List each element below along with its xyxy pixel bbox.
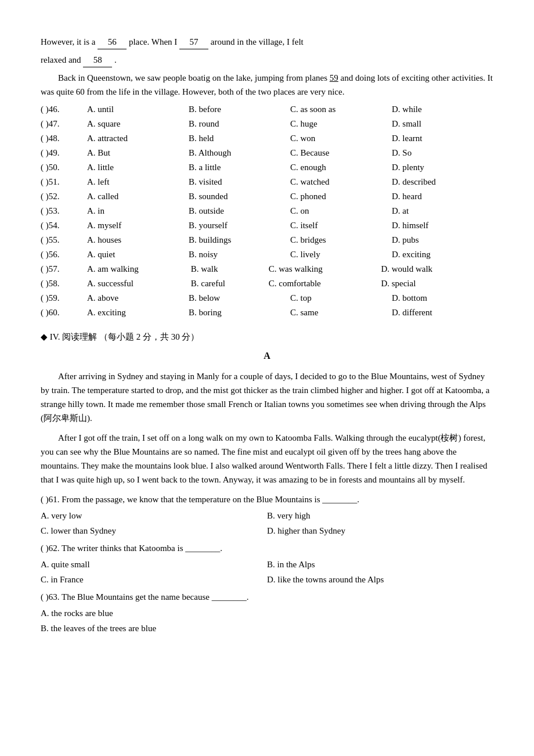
mc-opt-c: C. itself <box>290 218 392 232</box>
table-row: ( )59. A. above B. below C. top D. botto… <box>41 291 493 305</box>
q62-opt-a: A. quite small <box>41 557 267 571</box>
mc-opt-a: A. square <box>87 117 189 131</box>
mc-num: ( )52. <box>41 189 87 203</box>
q61-opt-b: B. very high <box>267 509 493 523</box>
mc-num: ( )60. <box>41 305 87 319</box>
mc-opt-b: B. before <box>189 102 290 116</box>
q63: ( )63. The Blue Mountains get the name b… <box>41 590 493 604</box>
mc-opt-c: C. on <box>290 204 392 218</box>
mc-opt-a: A. above <box>87 291 189 305</box>
mc-opt-c: C. bridges <box>290 233 392 247</box>
mc-opt-d: D. described <box>392 175 493 189</box>
q62: ( )62. The writer thinks that Katoomba i… <box>41 541 493 555</box>
mc-num: ( )56. <box>41 247 87 261</box>
table-row: ( )50. A. little B. a little C. enough D… <box>41 160 493 174</box>
mc-opt-a: A. left <box>87 175 189 189</box>
mc-opt-d: D. different <box>392 305 493 319</box>
blank-57: 57 <box>179 35 208 49</box>
mc-opt-c: C. Because <box>290 146 392 160</box>
mc-opt-d: D. learnt <box>392 131 493 145</box>
q61-options2: C. lower than Sydney D. higher than Sydn… <box>41 524 493 539</box>
section4: ◆ IV. 阅读理解 （每小题 2 分，共 30 分） A After arri… <box>41 330 493 635</box>
q62-opt-b: B. in the Alps <box>267 557 493 571</box>
passage1: After arriving in Sydney and staying in … <box>41 369 493 425</box>
mc-num: ( )48. <box>41 131 87 145</box>
mc-opt-b: B. outside <box>189 204 290 218</box>
mc-opt-a: A. until <box>87 102 189 116</box>
q62-opt-d: D. like the towns around the Alps <box>267 573 493 586</box>
mc-opt-b: B. walk <box>191 262 269 276</box>
mc-opt-d: D. at <box>392 204 493 218</box>
q61-opt-a: A. very low <box>41 509 267 523</box>
table-row: ( )47. A. square B. round C. huge D. sma… <box>41 117 493 131</box>
intro-line2: relaxed and 58 . <box>41 53 493 67</box>
table-row: ( )51. A. left B. visited C. watched D. … <box>41 175 493 189</box>
mc-opt-b: B. boring <box>189 305 290 319</box>
mc-opt-b: B. careful <box>191 276 269 290</box>
mc-opt-a: A. quiet <box>87 247 189 261</box>
mc-opt-c: C. enough <box>290 160 392 174</box>
mc-opt-d: D. bottom <box>392 291 493 305</box>
mc-opt-a: A. in <box>87 204 189 218</box>
mc-opt-c: C. top <box>290 291 392 305</box>
blank-60: 60 <box>76 87 85 96</box>
intro-para2: Back in Queenstown, we saw people boatig… <box>41 71 493 99</box>
table-row: ( )56. A. quiet B. noisy C. lively D. ex… <box>41 247 493 261</box>
mc-opt-c: C. phoned <box>290 189 392 203</box>
mc-opt-c: C. as soon as <box>290 102 392 116</box>
q61-opt-c: C. lower than Sydney <box>41 524 267 538</box>
mc-opt-b: B. below <box>189 291 290 305</box>
section4-header: ◆ IV. 阅读理解 （每小题 2 分，共 30 分） <box>41 330 493 344</box>
mc-opt-d: D. himself <box>392 218 493 232</box>
table-row: ( )52. A. called B. sounded C. phoned D.… <box>41 189 493 203</box>
mc-opt-a: A. am walking <box>87 262 191 276</box>
mc-num: ( )46. <box>41 102 87 116</box>
mc-opt-d: D. would walk <box>381 262 493 276</box>
mc-opt-a: A. attracted <box>87 131 189 145</box>
q61-opt-d: D. higher than Sydney <box>267 524 493 538</box>
mc-opt-b: B. Although <box>189 146 290 160</box>
q63-opt-b: B. the leaves of the trees are blue <box>41 621 493 635</box>
mc-opt-a: A. little <box>87 160 189 174</box>
mc-opt-d: D. special <box>381 276 493 290</box>
q63-opt-a: A. the rocks are blue <box>41 606 493 620</box>
mc-opt-d: D. while <box>392 102 493 116</box>
mc-opt-b: B. noisy <box>189 247 290 261</box>
mc-opt-d: D. So <box>392 146 493 160</box>
mc-opt-a: A. exciting <box>87 305 189 319</box>
mc-opt-d: D. heard <box>392 189 493 203</box>
mc-opt-c: C. comfortable <box>269 276 381 290</box>
q62-options2: C. in France D. like the towns around th… <box>41 573 493 588</box>
mc-opt-d: D. small <box>392 117 493 131</box>
mc-opt-a: A. But <box>87 146 189 160</box>
blank-56: 56 <box>98 35 127 49</box>
intro-line1: However, it is a 56 place. When I 57 aro… <box>41 35 493 49</box>
mc-opt-d: D. pubs <box>392 233 493 247</box>
mc-opt-d: D. exciting <box>392 247 493 261</box>
table-row: ( )60. A. exciting B. boring C. same D. … <box>41 305 493 319</box>
mc-opt-a: A. myself <box>87 218 189 232</box>
mc-opt-b: B. a little <box>189 160 290 174</box>
mc-opt-c: C. huge <box>290 117 392 131</box>
mc-opt-a: A. successful <box>87 276 191 290</box>
mc-opt-b: B. round <box>189 117 290 131</box>
mc-num: ( )57. <box>41 262 87 276</box>
mc-num: ( )49. <box>41 146 87 160</box>
passage2: After I got off the train, I set off on … <box>41 431 493 487</box>
blank-59-underline: 59 <box>330 73 338 82</box>
mc-opt-c: C. same <box>290 305 392 319</box>
table-row: ( )48. A. attracted B. held C. won D. le… <box>41 131 493 145</box>
mc-num: ( )50. <box>41 160 87 174</box>
table-row: ( )53. A. in B. outside C. on D. at <box>41 204 493 218</box>
mc-opt-a: A. houses <box>87 233 189 247</box>
q62-opt-c: C. in France <box>41 573 267 586</box>
blank-58: 58 <box>83 53 112 67</box>
mcq-section: ( )46. A. until B. before C. as soon as … <box>41 102 493 319</box>
q61-options: A. very low B. very high <box>41 509 493 524</box>
mc-opt-c: C. was walking <box>269 262 381 276</box>
mc-num: ( )54. <box>41 218 87 232</box>
mc-opt-b: B. buildings <box>189 233 290 247</box>
mc-num: ( )47. <box>41 117 87 131</box>
table-row: ( )46. A. until B. before C. as soon as … <box>41 102 493 116</box>
mc-opt-b: B. held <box>189 131 290 145</box>
